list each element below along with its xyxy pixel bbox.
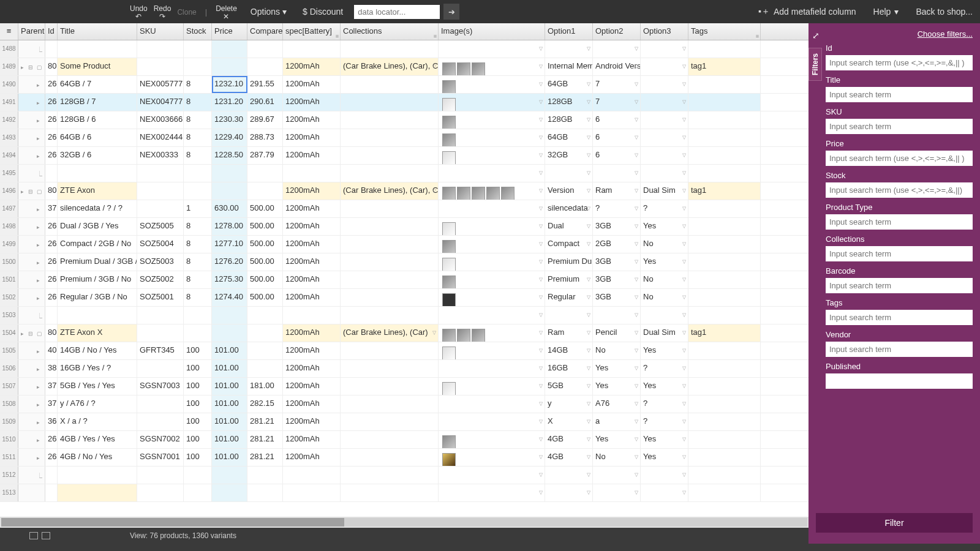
row-number[interactable]: 1494 [0,147,18,164]
tree-cell[interactable]: ▸ [18,342,45,359]
tree-cell[interactable]: ▸ [18,289,45,306]
row-number[interactable]: 1500 [0,253,18,271]
cell[interactable]: 8 [184,236,212,253]
cell[interactable] [184,324,212,342]
dropdown-icon[interactable]: ▽ [539,277,543,282]
row-number[interactable]: 1505 [0,342,18,359]
option-cell[interactable]: Yes▽ [641,378,688,395]
tags-cell[interactable] [688,218,761,235]
images-cell[interactable]: ▽ [439,395,545,413]
dropdown-icon[interactable]: ▽ [539,117,543,122]
cell[interactable]: NEX00333 [137,147,184,164]
images-cell[interactable]: ▽ [439,378,545,395]
cell[interactable]: 100 [184,360,212,377]
cell[interactable] [184,40,212,58]
option-cell[interactable]: 6▽ [593,147,641,164]
price-cell[interactable]: 1277.10 [212,236,247,253]
price-cell[interactable]: 1229.40 [212,129,247,146]
dropdown-icon[interactable]: ▽ [587,277,590,282]
choose-filters-link[interactable]: Choose filters... [826,29,973,39]
price-cell[interactable]: 1274.40 [212,289,247,306]
cell[interactable]: 291.55 [247,76,283,93]
tree-cell[interactable]: ▸ [18,94,45,111]
tags-cell[interactable] [688,289,761,306]
table-row[interactable]: 1495⎿▽▽▽▽ [0,165,809,182]
option-cell[interactable]: No▽ [641,271,688,288]
horizontal-scrollbar[interactable] [0,517,809,528]
tree-cell[interactable]: ▸⊟▢ [18,182,45,200]
price-cell[interactable]: 101.00 [212,378,247,395]
tree-cell[interactable]: ▸ [18,271,45,288]
cell[interactable]: SGSN7003 [137,378,184,395]
images-cell[interactable]: ▽ [439,200,545,217]
cell[interactable] [283,467,341,484]
row-number[interactable]: 1491 [0,94,18,111]
option-cell[interactable]: ▽ [641,40,688,58]
row-number[interactable]: 1509 [0,413,18,430]
price-cell[interactable]: 1275.30 [212,271,247,288]
dropdown-icon[interactable]: ▽ [587,170,590,176]
cell[interactable]: 290.61 [247,94,283,111]
options-dropdown[interactable]: Options▾ [251,7,287,17]
table-row[interactable]: 1496▸⊟▢80ZTE Axon1200mAh(Car Brake Lines… [0,182,809,200]
dropdown-icon[interactable]: ▽ [539,330,543,335]
cell[interactable]: 1200mAh [283,395,341,413]
cell[interactable]: NEX003666 [137,111,184,129]
tags-cell[interactable] [688,147,761,164]
dropdown-icon[interactable]: ▽ [587,223,590,229]
images-cell[interactable]: ▽ [439,111,545,129]
option-cell[interactable]: Ram▽ [545,324,593,342]
option-cell[interactable]: 128GB▽ [545,94,593,111]
option-cell[interactable]: Premium Du▽ [545,253,593,271]
cell[interactable]: 8 [184,289,212,306]
dropdown-icon[interactable]: ▽ [635,135,638,140]
cell[interactable]: NEX002444 [137,129,184,146]
filter-input-published[interactable] [826,373,973,389]
option-cell[interactable]: ▽ [593,484,641,501]
dropdown-icon[interactable]: ▽ [587,206,590,211]
row-number[interactable]: 1488 [0,40,18,58]
tree-cell[interactable]: ▸ [18,129,45,146]
col-spec[interactable]: spec[Battery]≡ [283,23,341,40]
cell[interactable]: 281.21 [247,449,283,466]
cell[interactable] [247,40,283,58]
table-row[interactable]: 1490▸2664GB / 7NEX00577781232.10291.5512… [0,76,809,94]
cell[interactable] [137,467,184,484]
dropdown-icon[interactable]: ▽ [539,437,543,442]
tree-cell[interactable]: ▸ [18,236,45,253]
table-row[interactable]: 1511▸264GB / No / YesSGSN7001100101.0028… [0,449,809,467]
option-cell[interactable]: 16GB▽ [545,360,593,377]
cell[interactable]: 500.00 [247,236,283,253]
cell[interactable] [283,40,341,58]
images-cell[interactable]: ▽ [439,147,545,164]
filter-input-tags[interactable] [826,310,973,325]
row-number[interactable]: 1490 [0,76,18,93]
cell[interactable] [283,307,341,324]
title-cell[interactable]: y / A76 / ? [58,395,137,413]
col-menu-icon[interactable]: ≡ [756,33,759,39]
option-cell[interactable]: Yes▽ [593,378,641,395]
dropdown-icon[interactable]: ▽ [635,312,638,318]
table-row[interactable]: 1513▽▽▽▽ [0,484,809,502]
dropdown-icon[interactable]: ▽ [635,277,638,282]
price-cell[interactable] [212,182,247,200]
thumbnail[interactable] [442,80,456,93]
title-cell[interactable]: 128GB / 7 [58,94,137,111]
thumbnail[interactable] [442,98,456,111]
dropdown-icon[interactable]: ▽ [587,241,590,247]
thumbnail[interactable] [442,382,456,395]
images-cell[interactable]: ▽ [439,165,545,182]
collections-cell[interactable] [341,449,439,466]
row-number[interactable]: 1502 [0,289,18,306]
cell[interactable]: NEX005777 [137,76,184,93]
option-cell[interactable]: Regular▽ [545,289,593,306]
dropdown-icon[interactable]: ▽ [682,294,686,300]
collections-cell[interactable] [341,289,439,306]
cell[interactable] [184,58,212,75]
option-cell[interactable]: ▽ [641,94,688,111]
dropdown-icon[interactable]: ▽ [539,383,543,389]
price-cell[interactable]: 1278.00 [212,218,247,235]
tags-cell[interactable] [688,236,761,253]
dropdown-icon[interactable]: ▽ [432,330,436,335]
option-cell[interactable]: ▽ [545,467,593,484]
